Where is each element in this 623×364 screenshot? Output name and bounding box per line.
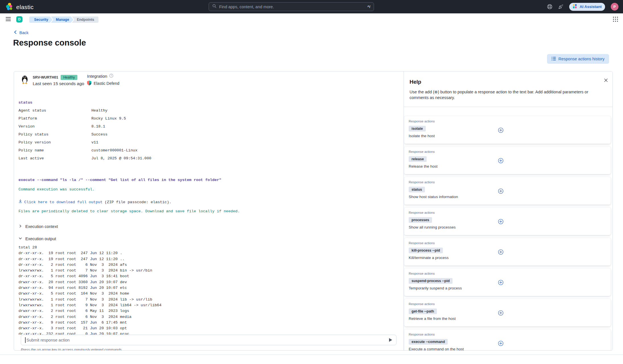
space-badge[interactable]: D <box>16 16 22 22</box>
status-field-value: Success <box>91 132 108 137</box>
page-title: Response console <box>13 38 86 48</box>
response-action-group-label: Response actions <box>409 333 606 336</box>
response-action-command-chip: get-file --path <box>409 309 437 314</box>
breadcrumb-bar: D SecurityManageEndpoints <box>0 13 623 26</box>
response-actions-history-button[interactable]: Response actions history <box>547 54 609 64</box>
elastic-logo[interactable]: elastic <box>6 3 34 12</box>
input-history-hint: Press the up arrow key to access previou… <box>21 348 122 351</box>
add-action-button[interactable] <box>498 280 503 286</box>
host-health-badge: Healthy <box>61 75 77 80</box>
back-label: Back <box>19 30 28 35</box>
response-action-card: Response actions release Release the hos… <box>404 147 611 174</box>
status-field-key: Agent status <box>18 108 91 113</box>
elastic-defend-icon <box>87 81 91 86</box>
execution-output-label: Execution output <box>25 237 56 241</box>
submit-play-icon[interactable] <box>389 338 392 342</box>
apps-grid-icon[interactable] <box>613 17 618 22</box>
help-description: Use the add (⊕) button to populate a res… <box>410 89 601 100</box>
response-action-command-chip: release <box>409 156 427 162</box>
response-action-card: Response actions isolate Isolate the hos… <box>404 116 611 144</box>
status-field-value: 8.18.1 <box>91 124 105 129</box>
response-console-panel: SRV-WURTH01 Healthy Last seen 15 seconds… <box>14 71 613 351</box>
search-input[interactable] <box>219 5 365 9</box>
download-full-output-link[interactable]: Click here to download full output <box>24 199 102 205</box>
chevron-right-icon <box>18 224 22 229</box>
breadcrumb-item-manage[interactable]: Manage <box>51 17 73 23</box>
console-status-command: status <box>18 98 400 106</box>
command-echo: execute --command "ls -la /" --comment "… <box>18 177 400 183</box>
add-action-button[interactable] <box>498 158 503 164</box>
status-field-value: v11 <box>91 140 98 145</box>
menu-icon[interactable] <box>6 17 11 22</box>
question-circle-icon[interactable]: ? <box>109 74 113 79</box>
news-icon[interactable] <box>558 4 564 9</box>
add-action-button[interactable] <box>498 310 503 316</box>
status-field-key: Policy name <box>18 148 91 153</box>
status-field-value: customer000001-Linux <box>91 148 137 153</box>
add-action-button[interactable] <box>498 341 503 347</box>
ai-assistant-button[interactable]: AI Assistant <box>569 3 605 11</box>
add-action-button[interactable] <box>498 188 503 195</box>
response-action-card: Response actions status Show host status… <box>404 177 611 205</box>
status-field-row: Platform Rocky Linux 9.5 <box>18 114 400 122</box>
integration-name: Elastic Defend <box>94 81 119 86</box>
download-icon <box>18 199 22 205</box>
response-action-card: Response actions processes Show all runn… <box>404 207 611 235</box>
page: elastic ^/ <box>0 0 623 364</box>
host-header: SRV-WURTH01 Healthy Last seen 15 seconds… <box>21 74 84 86</box>
history-button-label: Response actions history <box>558 57 605 61</box>
download-row: Click here to download full output (ZIP … <box>18 199 400 205</box>
ai-assistant-icon <box>573 4 577 9</box>
add-action-button[interactable] <box>498 219 503 225</box>
ai-assistant-label: AI Assistant <box>579 5 602 9</box>
response-action-command-chip: processes <box>409 217 432 223</box>
close-icon[interactable] <box>604 78 608 83</box>
status-field-key: Last active <box>18 156 91 161</box>
breadcrumb: SecurityManageEndpoints <box>29 17 98 23</box>
status-field-row: Version 8.18.1 <box>18 122 400 130</box>
integration-block: Integration ? <box>87 74 119 86</box>
global-search[interactable]: ^/ <box>209 2 374 11</box>
help-icon[interactable] <box>547 4 552 9</box>
add-action-button[interactable] <box>498 127 503 134</box>
response-action-group-label: Response actions <box>409 302 606 306</box>
add-action-button[interactable] <box>498 249 503 256</box>
user-avatar[interactable]: P <box>611 3 618 11</box>
response-action-group-label: Response actions <box>409 180 606 184</box>
execution-context-accordion[interactable]: Execution context <box>18 224 400 229</box>
status-field-row: Agent status Healthy <box>18 106 400 114</box>
breadcrumb-item-security[interactable]: Security <box>29 17 52 23</box>
host-name: SRV-WURTH01 <box>33 75 58 79</box>
response-action-description: Show all running processes <box>409 225 606 229</box>
status-field-key: Platform <box>18 116 91 121</box>
file-retention-note: Files are periodically deleted to clear … <box>18 208 400 214</box>
elastic-logo-icon <box>6 3 13 12</box>
chevron-left-icon <box>14 30 17 35</box>
status-field-value: Healthy <box>91 108 108 113</box>
status-field-row: Last active Jul 8, 2025 @ 09:54:31.000 <box>18 154 400 162</box>
elastic-wordmark: elastic <box>16 4 34 11</box>
command-success-message: Command execution was successful. <box>18 186 400 192</box>
response-action-description: Show host status information <box>409 195 606 199</box>
status-field-row: Policy version v11 <box>18 138 400 146</box>
response-action-input[interactable]: Submit response action <box>21 335 396 345</box>
response-action-command-chip: execute --command <box>409 339 448 345</box>
response-action-group-label: Response actions <box>409 150 606 153</box>
page-bottom-divider <box>0 355 623 355</box>
back-link[interactable]: Back <box>14 30 28 35</box>
response-action-group-label: Response actions <box>409 211 606 214</box>
execution-output-accordion[interactable]: Execution output <box>18 236 400 242</box>
list-icon <box>552 57 556 61</box>
chevron-down-icon <box>18 237 22 241</box>
top-navigation-bar: elastic ^/ <box>0 0 623 13</box>
response-action-group-label: Response actions <box>409 120 606 123</box>
response-action-card: Response actions kill-process --pid Kill… <box>404 238 611 266</box>
integration-label: Integration <box>87 74 107 79</box>
host-last-seen: Last seen 15 seconds ago <box>33 81 84 86</box>
response-action-description: Execute a command on the host <box>409 347 606 350</box>
response-action-card: Response actions execute --command Execu… <box>404 329 611 350</box>
response-action-description: Kill/terminate a process <box>409 256 606 260</box>
response-action-card: Response actions suspend-process --pid T… <box>404 268 611 296</box>
response-action-command-chip: suspend-process --pid <box>409 278 453 284</box>
linux-penguin-icon <box>21 74 29 86</box>
